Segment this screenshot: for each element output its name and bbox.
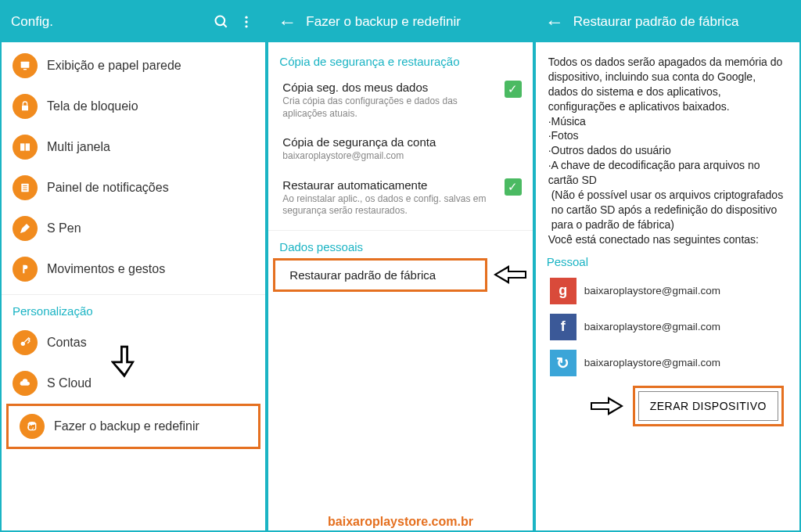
item-label: S Pen xyxy=(47,221,81,235)
back-icon[interactable]: ← xyxy=(545,11,564,33)
reset-screen: ← Restaurar padrão de fábrica Todos os d… xyxy=(536,2,799,530)
setting-backup-account[interactable]: Cópia de segurança da conta baixaroplays… xyxy=(268,128,532,171)
svg-rect-5 xyxy=(21,62,30,68)
svg-point-4 xyxy=(246,25,248,27)
item-factory-reset[interactable]: Restaurar padrão de fábrica xyxy=(275,261,484,289)
highlight-backup: Fazer o backup e redefinir xyxy=(6,404,260,449)
header-config: Config. xyxy=(2,2,265,42)
svg-point-2 xyxy=(246,16,248,19)
item-backup-reset[interactable]: Fazer o backup e redefinir xyxy=(9,406,258,447)
svg-line-1 xyxy=(224,24,227,27)
account-email: baixaroplaystore@gmail.com xyxy=(584,285,720,297)
more-icon[interactable] xyxy=(237,13,256,31)
config-screen: Config. Exibição e papel parede Tela de … xyxy=(2,2,265,530)
setting-title: Cópia seg. dos meus dados xyxy=(282,81,497,94)
pen-icon xyxy=(13,216,38,241)
highlight-reset-button: ZERAR DISPOSITIVO xyxy=(633,386,784,426)
setting-title: Cópia de segurança da conta xyxy=(282,135,521,149)
setting-subtitle: Cria cópia das configurações e dados das… xyxy=(282,95,497,120)
bullet: ·A chave de decodificação para arquivos … xyxy=(548,159,760,186)
item-label: Movimentos e gestos xyxy=(47,262,165,276)
arrow-right-icon xyxy=(589,395,625,417)
header-title: Config. xyxy=(11,14,206,30)
item-label: Exibição e papel parede xyxy=(47,59,181,73)
config-content: Exibição e papel parede Tela de bloqueio… xyxy=(2,42,265,530)
setting-subtitle: Ao reinstalar aplic., os dados e config.… xyxy=(282,193,497,217)
arrow-left-icon xyxy=(492,263,528,286)
section-personal-data: Dados pessoais xyxy=(268,230,532,258)
highlight-factory-reset: Restaurar padrão de fábrica xyxy=(273,258,487,292)
header-reset: ← Restaurar padrão de fábrica xyxy=(536,2,799,42)
google-icon: g xyxy=(550,278,577,304)
section-copy-restore: Cópia de segurança e restauração xyxy=(268,45,532,73)
item-label: Contas xyxy=(47,336,87,350)
display-icon xyxy=(13,53,38,78)
account-email: baixaroplaystore@gmail.com xyxy=(584,357,720,368)
setting-backup-data[interactable]: Cópia seg. dos meus dados Cria cópia das… xyxy=(268,73,532,128)
svg-point-15 xyxy=(28,422,35,425)
svg-rect-6 xyxy=(23,69,27,70)
backup-content: Cópia de segurança e restauração Cópia s… xyxy=(268,42,532,530)
backup-icon xyxy=(20,414,45,439)
reset-content: Todos os dados serão apagados da memória… xyxy=(536,42,799,530)
account-email: baixaroplaystore@gmail.com xyxy=(584,321,720,332)
panel-icon xyxy=(13,175,38,200)
account-facebook[interactable]: f baixaroplaystore@gmail.com xyxy=(536,309,799,345)
sync-icon: ↻ xyxy=(550,350,577,376)
item-spen[interactable]: S Pen xyxy=(2,208,265,249)
item-label: Multi janela xyxy=(47,140,110,154)
svg-rect-7 xyxy=(22,106,28,111)
search-icon[interactable] xyxy=(212,13,231,31)
multiwindow-icon xyxy=(13,135,38,160)
item-label: S Cloud xyxy=(47,376,92,390)
account-google[interactable]: g baixaroplaystore@gmail.com xyxy=(536,273,799,309)
item-lockscreen[interactable]: Tela de bloqueio xyxy=(2,86,265,127)
svg-point-3 xyxy=(246,20,248,23)
bullet: ·Fotos xyxy=(548,129,579,142)
checkbox-checked-icon[interactable]: ✓ xyxy=(505,178,522,196)
header-title: Fazer o backup e redefinir xyxy=(306,14,523,30)
svg-rect-8 xyxy=(20,143,24,150)
checkbox-checked-icon[interactable]: ✓ xyxy=(505,81,522,98)
facebook-icon: f xyxy=(550,314,577,340)
cloud-icon xyxy=(13,371,38,396)
header-title: Restaurar padrão de fábrica xyxy=(573,14,790,30)
info-text: Todos os dados serão apagados da memória… xyxy=(536,45,799,250)
svg-rect-9 xyxy=(26,143,30,150)
item-multiwindow[interactable]: Multi janela xyxy=(2,127,265,167)
setting-auto-restore[interactable]: Restaurar automaticamente Ao reinstalar … xyxy=(268,171,532,225)
reset-device-button[interactable]: ZERAR DISPOSITIVO xyxy=(638,391,778,421)
item-motions[interactable]: Movimentos e gestos xyxy=(2,249,265,289)
lock-icon xyxy=(13,94,38,119)
backup-screen: ← Fazer o backup e redefinir Cópia de se… xyxy=(268,2,532,530)
info-connected: Você está conectado nas seguintes contas… xyxy=(548,233,759,246)
item-display[interactable]: Exibição e papel parede xyxy=(2,45,265,86)
motion-icon xyxy=(13,257,38,282)
info-note: (Não é possível usar os arquivos criptog… xyxy=(548,188,787,232)
account-sync[interactable]: ↻ baixaroplaystore@gmail.com xyxy=(536,345,799,381)
setting-subtitle: baixaroplaystore@gmail.com xyxy=(282,150,521,163)
item-label: Painel de notificações xyxy=(47,181,169,195)
item-label: Tela de bloqueio xyxy=(47,99,138,113)
section-personalization: Personalização xyxy=(2,294,265,322)
item-notifications[interactable]: Painel de notificações xyxy=(2,167,265,208)
setting-title: Restaurar padrão de fábrica xyxy=(289,268,436,282)
setting-title: Restaurar automaticamente xyxy=(282,178,497,192)
watermark: baixaroplaystore.com.br xyxy=(328,515,473,529)
header-backup: ← Fazer o backup e redefinir xyxy=(268,2,532,42)
item-label: Fazer o backup e redefinir xyxy=(54,419,199,433)
svg-point-14 xyxy=(21,342,25,346)
svg-point-0 xyxy=(216,16,225,26)
key-icon xyxy=(13,330,38,355)
arrow-down-icon xyxy=(111,344,138,379)
section-personal: Pessoal xyxy=(536,250,799,273)
back-icon[interactable]: ← xyxy=(278,11,296,33)
bullet: ·Música xyxy=(548,115,586,128)
info-main: Todos os dados serão apagados da memória… xyxy=(548,56,783,113)
bullet: ·Outros dados do usuário xyxy=(548,144,671,156)
